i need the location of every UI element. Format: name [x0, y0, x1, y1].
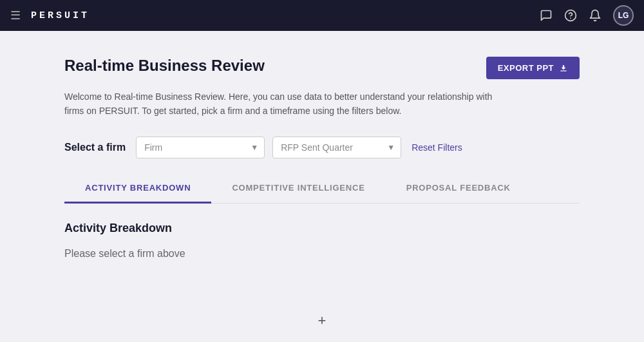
help-icon[interactable] [564, 9, 577, 22]
logo: PERSUIT [31, 10, 90, 21]
firm-select-wrapper: Firm ▼ [136, 137, 265, 158]
menu-icon[interactable]: ☰ [10, 8, 21, 23]
filter-label: Select a firm [64, 142, 126, 153]
nav-right: LG [540, 5, 634, 26]
empty-state-message: Please select a firm above [64, 248, 580, 260]
tabs-container: ACTIVITY BREAKDOWN COMPETITIVE INTELLIGE… [64, 174, 580, 204]
quarter-select[interactable]: RFP Sent Quarter [272, 137, 401, 158]
page-description: Welcome to Real-time Business Review. He… [64, 90, 502, 119]
firm-select[interactable]: Firm [136, 137, 265, 158]
export-ppt-label: EXPORT PPT [498, 63, 554, 73]
bottom-plus-icon[interactable]: + [318, 312, 327, 329]
nav-left: ☰ PERSUIT [10, 8, 90, 23]
top-navigation: ☰ PERSUIT LG [0, 0, 644, 31]
page-header: Real-time Business Review EXPORT PPT [64, 57, 580, 79]
page-title: Real-time Business Review [64, 57, 265, 75]
tab-content-activity-breakdown: Activity Breakdown Please select a firm … [64, 204, 580, 278]
tab-proposal-feedback[interactable]: PROPOSAL FEEDBACK [386, 174, 531, 204]
export-ppt-button[interactable]: EXPORT PPT [486, 57, 580, 79]
main-content: Real-time Business Review EXPORT PPT Wel… [0, 31, 644, 303]
download-icon [559, 64, 568, 73]
quarter-select-wrapper: RFP Sent Quarter ▼ [272, 137, 401, 158]
chat-icon[interactable] [540, 9, 553, 22]
avatar[interactable]: LG [613, 5, 634, 26]
reset-filters-button[interactable]: Reset Filters [412, 142, 462, 153]
tab-activity-breakdown[interactable]: ACTIVITY BREAKDOWN [64, 174, 211, 204]
bell-icon[interactable] [589, 9, 601, 22]
tab-competitive-intelligence[interactable]: COMPETITIVE INTELLIGENCE [211, 174, 385, 204]
section-title: Activity Breakdown [64, 222, 580, 235]
filter-row: Select a firm Firm ▼ RFP Sent Quarter ▼ … [64, 137, 580, 158]
